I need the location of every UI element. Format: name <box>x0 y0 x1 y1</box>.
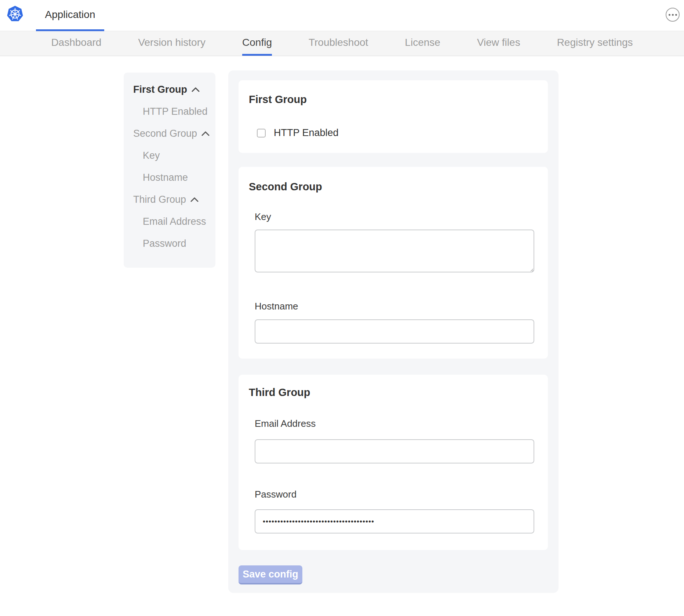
chevron-up-icon <box>201 131 210 136</box>
top-bar: Application <box>0 0 684 31</box>
tab-troubleshoot[interactable]: Troubleshoot <box>309 31 368 56</box>
config-panel: First Group HTTP Enabled Second Group Ke… <box>228 70 559 593</box>
app-tab-application[interactable]: Application <box>36 0 104 31</box>
sidebar-item-label: Email Address <box>143 216 206 227</box>
tab-config[interactable]: Config <box>242 31 272 56</box>
app-tab-label: Application <box>45 9 95 21</box>
sidebar-item-label: Third Group <box>133 194 186 205</box>
sidebar-item-first-group[interactable]: First Group <box>124 78 215 100</box>
hostname-input[interactable] <box>255 319 534 344</box>
sidebar-item-label: Key <box>143 150 160 161</box>
http-enabled-checkbox[interactable] <box>257 129 266 138</box>
key-textarea[interactable] <box>255 230 534 272</box>
key-label: Key <box>255 211 538 223</box>
sidebar-item-password[interactable]: Password <box>124 232 215 254</box>
kubernetes-logo-icon <box>7 5 23 22</box>
config-group-third: Third Group Email Address Password <box>239 375 548 550</box>
sidebar-item-third-group[interactable]: Third Group <box>124 188 215 210</box>
email-address-label: Email Address <box>255 418 538 429</box>
tab-dashboard[interactable]: Dashboard <box>51 31 101 56</box>
sidebar-item-label: HTTP Enabled <box>143 106 208 117</box>
chevron-up-icon <box>192 87 200 92</box>
more-options-button[interactable] <box>666 8 680 22</box>
password-input[interactable] <box>255 509 534 534</box>
sidebar-item-email-address[interactable]: Email Address <box>124 210 215 232</box>
tab-version-history[interactable]: Version history <box>138 31 205 56</box>
sidebar-item-label: Hostname <box>143 172 188 183</box>
chevron-up-icon <box>190 197 199 202</box>
config-group-second: Second Group Key Hostname <box>239 167 548 359</box>
password-label: Password <box>255 488 538 500</box>
email-address-input[interactable] <box>255 439 534 463</box>
config-group-first: First Group HTTP Enabled <box>239 80 548 153</box>
tab-view-files[interactable]: View files <box>477 31 520 56</box>
group-title: Third Group <box>249 386 538 399</box>
group-title: First Group <box>249 93 538 106</box>
sidebar-item-key[interactable]: Key <box>124 144 215 166</box>
save-config-button[interactable]: Save config <box>239 565 302 584</box>
http-enabled-label[interactable]: HTTP Enabled <box>274 127 339 139</box>
http-enabled-field: HTTP Enabled <box>257 127 538 139</box>
sidebar-item-hostname[interactable]: Hostname <box>124 166 215 188</box>
sidebar-item-label: Second Group <box>133 128 197 139</box>
sidebar-item-label: Password <box>143 238 186 249</box>
sidebar-item-label: First Group <box>133 84 187 95</box>
hostname-label: Hostname <box>255 300 538 312</box>
sidebar-item-http-enabled[interactable]: HTTP Enabled <box>124 100 215 122</box>
group-title: Second Group <box>249 180 538 193</box>
config-sidebar: First Group HTTP Enabled Second Group Ke… <box>124 73 215 268</box>
app-nav-tabs: Dashboard Version history Config Trouble… <box>0 31 684 56</box>
tab-license[interactable]: License <box>405 31 440 56</box>
sidebar-item-second-group[interactable]: Second Group <box>124 122 215 144</box>
ellipsis-icon <box>669 14 670 16</box>
tab-registry-settings[interactable]: Registry settings <box>557 31 633 56</box>
